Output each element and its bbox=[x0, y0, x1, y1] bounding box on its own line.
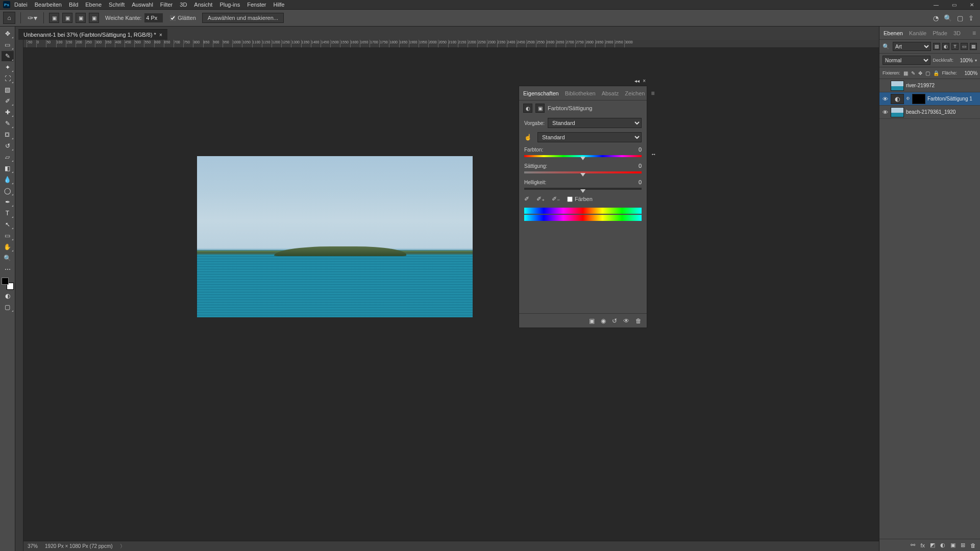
menu-plugins[interactable]: Plug-ins bbox=[219, 2, 240, 8]
feather-input[interactable] bbox=[144, 13, 163, 22]
status-zoom[interactable]: 37% bbox=[28, 543, 38, 549]
gradient-tool-icon[interactable]: ◧ bbox=[2, 163, 14, 173]
channel-select[interactable]: Standard bbox=[537, 132, 642, 142]
panel-close-icon[interactable]: × bbox=[643, 78, 646, 84]
view-previous-icon[interactable]: ◉ bbox=[601, 317, 606, 324]
hue-value-input[interactable] bbox=[621, 146, 642, 153]
lasso-tool-icon[interactable]: ✎ bbox=[2, 51, 14, 61]
layer-name[interactable]: Farbton/Sättigung 1 bbox=[927, 96, 978, 102]
type-tool-icon[interactable]: T bbox=[2, 208, 14, 218]
document-tab[interactable]: Unbenannt-1 bei 37% (Farbton/Sättigung 1… bbox=[18, 29, 167, 40]
delete-layer-icon[interactable]: 🗑 bbox=[970, 542, 976, 548]
sat-slider[interactable] bbox=[524, 170, 642, 175]
light-value-input[interactable] bbox=[621, 179, 642, 185]
tab-bibliotheken[interactable]: Bibliotheken bbox=[565, 90, 596, 96]
layer-name[interactable]: beach-2179361_1920 bbox=[906, 109, 978, 115]
eyedropper-tool-icon[interactable]: ✐ bbox=[2, 96, 14, 106]
layer-visibility-icon[interactable]: 👁 bbox=[881, 109, 889, 116]
eyedropper-sub-icon[interactable]: ✐₋ bbox=[552, 195, 560, 203]
add-selection-icon[interactable]: ▣ bbox=[62, 13, 72, 23]
tool-preset-icon[interactable]: ✑▾ bbox=[26, 12, 38, 24]
shape-tool-icon[interactable]: ▭ bbox=[2, 231, 14, 241]
reset-icon[interactable]: ↺ bbox=[612, 317, 617, 324]
opacity-dropdown-icon[interactable]: ▾ bbox=[975, 58, 977, 63]
panel-menu-icon[interactable]: ≡ bbox=[651, 90, 654, 97]
maximize-icon[interactable]: ▭ bbox=[949, 2, 960, 8]
menu-filter[interactable]: Filter bbox=[160, 2, 173, 8]
preset-select[interactable]: Standard bbox=[548, 118, 642, 128]
pen-tool-icon[interactable]: ✒ bbox=[2, 197, 14, 207]
layer-link-icon[interactable]: 𐀏 bbox=[906, 96, 910, 101]
filter-type-select[interactable]: Art bbox=[893, 42, 931, 51]
workspace-icon[interactable]: ▢ bbox=[957, 14, 963, 22]
new-group-icon[interactable]: ▣ bbox=[950, 542, 955, 548]
layer-mask-thumbnail[interactable] bbox=[912, 94, 925, 104]
close-icon[interactable]: ✕ bbox=[967, 2, 977, 8]
status-arrow-icon[interactable]: 〉 bbox=[120, 543, 125, 550]
new-adjustment-icon[interactable]: ◐ bbox=[940, 542, 945, 548]
fgbg-swatch[interactable] bbox=[2, 278, 14, 290]
eraser-tool-icon[interactable]: ▱ bbox=[2, 152, 14, 162]
tab-3d[interactable]: 3D bbox=[953, 30, 961, 36]
layer-thumbnail[interactable] bbox=[891, 94, 904, 104]
blend-mode-select[interactable]: Normal bbox=[883, 56, 930, 65]
tab-kanaele[interactable]: Kanäle bbox=[909, 30, 926, 36]
layer-visibility-icon[interactable]: 👁 bbox=[881, 95, 889, 103]
heal-tool-icon[interactable]: ✚ bbox=[2, 107, 14, 117]
tab-zeichen[interactable]: Zeichen bbox=[625, 90, 645, 96]
minimize-icon[interactable]: — bbox=[930, 2, 942, 8]
clip-to-layer-icon[interactable]: ▣ bbox=[589, 317, 595, 324]
stamp-tool-icon[interactable]: ⛋ bbox=[2, 130, 14, 140]
menu-auswahl[interactable]: Auswahl bbox=[132, 2, 153, 8]
screenmode-icon[interactable]: ▢ bbox=[2, 302, 14, 312]
lock-transparent-icon[interactable]: ▦ bbox=[903, 69, 908, 77]
close-tab-icon[interactable]: × bbox=[159, 32, 162, 38]
search-icon[interactable]: 🔍 bbox=[944, 14, 952, 22]
fill-input[interactable] bbox=[960, 70, 977, 76]
eyedropper-icon[interactable]: ✐ bbox=[524, 195, 529, 203]
sat-value-input[interactable] bbox=[621, 163, 642, 169]
link-layers-icon[interactable]: ⚯ bbox=[911, 542, 915, 548]
frame-tool-icon[interactable]: ▧ bbox=[2, 85, 14, 95]
tab-pfade[interactable]: Pfade bbox=[933, 30, 947, 36]
filter-pixel-icon[interactable]: ▧ bbox=[933, 43, 940, 50]
delete-adjustment-icon[interactable]: 🗑 bbox=[635, 317, 642, 324]
tab-ebenen[interactable]: Ebenen bbox=[884, 30, 903, 36]
layer-mask-icon[interactable]: ◩ bbox=[930, 542, 935, 548]
lock-artboard-icon[interactable]: ▢ bbox=[925, 69, 930, 77]
layer-fx-icon[interactable]: fx bbox=[920, 542, 925, 548]
panel-collapse-icon[interactable]: ◂◂ bbox=[634, 78, 640, 84]
history-brush-icon[interactable]: ↺ bbox=[2, 141, 14, 151]
hue-slider[interactable] bbox=[524, 154, 642, 159]
targeted-adjust-icon[interactable]: ☝ bbox=[524, 134, 533, 141]
menu-bearbeiten[interactable]: Bearbeiten bbox=[35, 2, 62, 8]
cloud-icon[interactable]: ◔ bbox=[933, 14, 939, 22]
opacity-input[interactable] bbox=[955, 58, 973, 63]
layer-row[interactable]: 👁𐀏Farbton/Sättigung 1 bbox=[879, 92, 980, 106]
layer-row[interactable]: 👁beach-2179361_1920 bbox=[879, 106, 980, 119]
layer-thumbnail[interactable] bbox=[891, 107, 904, 117]
menu-3d[interactable]: 3D bbox=[180, 2, 187, 8]
brush-tool-icon[interactable]: ✎ bbox=[2, 118, 14, 129]
new-selection-icon[interactable]: ▣ bbox=[49, 13, 59, 23]
home-icon[interactable]: ⌂ bbox=[3, 12, 15, 24]
layer-visibility-icon[interactable] bbox=[881, 82, 889, 89]
dodge-tool-icon[interactable]: ◯ bbox=[2, 186, 14, 196]
filter-adjust-icon[interactable]: ◐ bbox=[942, 43, 949, 50]
subtract-selection-icon[interactable]: ▣ bbox=[76, 13, 86, 23]
menu-schrift[interactable]: Schrift bbox=[109, 2, 125, 8]
colorize-checkbox[interactable]: Färben bbox=[567, 196, 593, 202]
wand-tool-icon[interactable]: ✦ bbox=[2, 62, 14, 72]
lock-position-icon[interactable]: ✥ bbox=[918, 69, 922, 77]
tab-absatz[interactable]: Absatz bbox=[602, 90, 619, 96]
light-slider[interactable] bbox=[524, 186, 642, 191]
filter-type-icon[interactable]: T bbox=[951, 43, 959, 50]
select-and-mask-button[interactable]: Auswählen und maskieren... bbox=[202, 13, 284, 23]
toggle-visibility-icon[interactable]: 👁 bbox=[623, 317, 629, 324]
blur-tool-icon[interactable]: 💧 bbox=[2, 174, 14, 185]
layers-menu-icon[interactable]: ≡ bbox=[972, 30, 976, 37]
intersect-selection-icon[interactable]: ▣ bbox=[89, 13, 99, 23]
filter-smart-icon[interactable]: ▦ bbox=[970, 43, 977, 50]
more-tools-icon[interactable]: ⋯ bbox=[2, 264, 14, 274]
menu-datei[interactable]: Datei bbox=[14, 2, 28, 8]
